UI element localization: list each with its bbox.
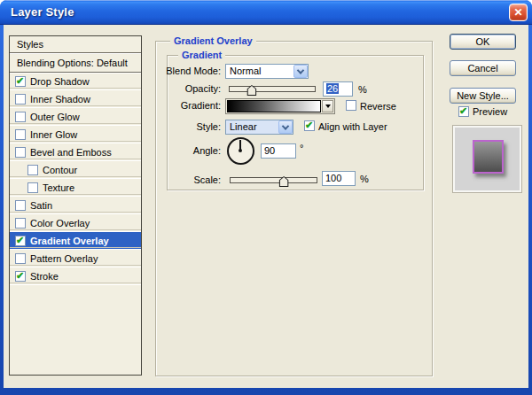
align-with-layer-label: Align with Layer — [318, 121, 387, 133]
align-with-layer-checkbox[interactable] — [304, 120, 315, 131]
styles-header: Styles — [10, 36, 141, 53]
ok-button[interactable]: OK — [450, 34, 516, 50]
group-title: Gradient — [178, 50, 225, 60]
contour-checkbox[interactable] — [27, 165, 38, 175]
sidebar-item-gradient-overlay[interactable]: Gradient Overlay — [10, 232, 141, 250]
new-style-button[interactable]: New Style... — [450, 88, 516, 104]
sidebar-item-satin[interactable]: Satin — [10, 197, 141, 214]
angle-value: 90 — [264, 145, 275, 156]
dialog-body: Styles Blending Options: Default Drop Sh… — [4, 25, 528, 388]
panel-title: Gradient Overlay — [170, 35, 256, 46]
angle-dial-center — [239, 149, 242, 152]
opacity-unit: % — [358, 84, 367, 96]
color-overlay-checkbox[interactable] — [15, 218, 26, 228]
scale-unit: % — [360, 174, 369, 185]
sidebar-item-stroke[interactable]: Stroke — [10, 267, 141, 285]
sidebar-item-color-overlay[interactable]: Color Overlay — [10, 214, 141, 232]
cancel-button[interactable]: Cancel — [450, 60, 516, 76]
styles-list: Styles Blending Options: Default Drop Sh… — [9, 35, 142, 376]
sidebar-item-label: Contour — [43, 165, 77, 175]
blending-options-label: Blending Options: Default — [17, 58, 128, 68]
satin-checkbox[interactable] — [15, 200, 26, 211]
gradient-picker[interactable] — [225, 98, 335, 114]
gradient-picker-arrow-icon[interactable] — [322, 100, 333, 112]
pattern-overlay-checkbox[interactable] — [15, 253, 26, 264]
gradient-label: Gradient: — [160, 100, 221, 112]
sidebar-item-drop-shadow[interactable]: Drop Shadow — [10, 73, 141, 90]
chevron-down-icon[interactable] — [293, 65, 308, 78]
preview-toggle: Preview — [458, 106, 507, 117]
angle-unit: ° — [300, 143, 303, 154]
sidebar-item-contour[interactable]: Contour — [10, 161, 141, 179]
sidebar-item-label: Inner Shadow — [30, 94, 90, 105]
sidebar-item-inner-shadow[interactable]: Inner Shadow — [10, 90, 141, 108]
style-label: Style: — [160, 121, 221, 133]
blend-mode-value: Normal — [226, 65, 293, 78]
close-icon[interactable]: ✕ — [509, 4, 528, 21]
gradient-swatch[interactable] — [227, 100, 321, 112]
style-preview-thumbnail — [453, 126, 521, 192]
opacity-value: 26 — [326, 83, 339, 94]
sidebar-item-blending-options[interactable]: Blending Options: Default — [10, 53, 141, 73]
sidebar-item-label: Stroke — [30, 271, 59, 282]
inner-shadow-checkbox[interactable] — [15, 94, 26, 105]
texture-checkbox[interactable] — [27, 182, 38, 193]
sidebar-item-texture[interactable]: Texture — [10, 179, 141, 197]
title-bar: Layer Style ✕ — [0, 0, 532, 25]
sidebar-item-label: Color Overlay — [30, 218, 90, 228]
preview-checkbox[interactable] — [458, 106, 469, 117]
style-select[interactable]: Linear — [225, 120, 293, 135]
sidebar-item-outer-glow[interactable]: Outer Glow — [10, 108, 141, 126]
sidebar-item-inner-glow[interactable]: Inner Glow — [10, 126, 141, 143]
gradient-overlay-checkbox[interactable] — [15, 236, 26, 246]
sidebar-item-label: Bevel and Emboss — [30, 147, 112, 158]
styles-header-label: Styles — [17, 39, 43, 50]
sidebar-item-bevel-and-emboss[interactable]: Bevel and Emboss — [10, 143, 141, 161]
opacity-input[interactable]: 26 — [323, 81, 353, 97]
sidebar-item-label: Outer Glow — [30, 112, 80, 122]
window-title: Layer Style — [11, 5, 74, 19]
preview-square — [473, 140, 504, 174]
inner-glow-checkbox[interactable] — [15, 129, 26, 140]
sidebar-item-label: Drop Shadow — [30, 76, 90, 87]
style-value: Linear — [226, 120, 278, 134]
scale-label: Scale: — [160, 174, 221, 186]
scale-input[interactable]: 100 — [322, 171, 356, 186]
scale-slider-thumb[interactable] — [279, 176, 289, 187]
preview-label: Preview — [473, 106, 507, 117]
reverse-checkbox[interactable] — [346, 100, 356, 111]
scale-slider[interactable] — [230, 177, 317, 183]
sidebar-item-label: Satin — [30, 200, 52, 211]
gradient-overlay-panel: Gradient Overlay Gradient Blend Mode: No… — [155, 41, 433, 376]
sidebar-item-label: Pattern Overlay — [30, 253, 98, 264]
sidebar-item-pattern-overlay[interactable]: Pattern Overlay — [10, 250, 141, 267]
reverse-label: Reverse — [360, 101, 396, 112]
outer-glow-checkbox[interactable] — [15, 112, 26, 122]
angle-input[interactable]: 90 — [261, 143, 296, 159]
bevel-emboss-checkbox[interactable] — [15, 147, 26, 158]
opacity-slider[interactable] — [229, 86, 316, 92]
sidebar-item-label: Gradient Overlay — [30, 236, 109, 246]
angle-dial[interactable] — [227, 137, 254, 165]
opacity-slider-thumb[interactable] — [246, 85, 256, 96]
sidebar-item-label: Inner Glow — [30, 129, 77, 140]
sidebar-item-label: Texture — [43, 182, 74, 193]
blend-mode-select[interactable]: Normal — [225, 64, 309, 79]
chevron-down-icon[interactable] — [278, 120, 293, 134]
stroke-checkbox[interactable] — [15, 271, 26, 282]
angle-label: Angle: — [160, 145, 221, 157]
opacity-label: Opacity: — [160, 83, 221, 95]
scale-value: 100 — [325, 173, 341, 183]
drop-shadow-checkbox[interactable] — [15, 76, 26, 87]
layer-style-dialog: Layer Style ✕ Styles Blending Options: D… — [0, 0, 532, 395]
blend-mode-label: Blend Mode: — [160, 66, 221, 77]
